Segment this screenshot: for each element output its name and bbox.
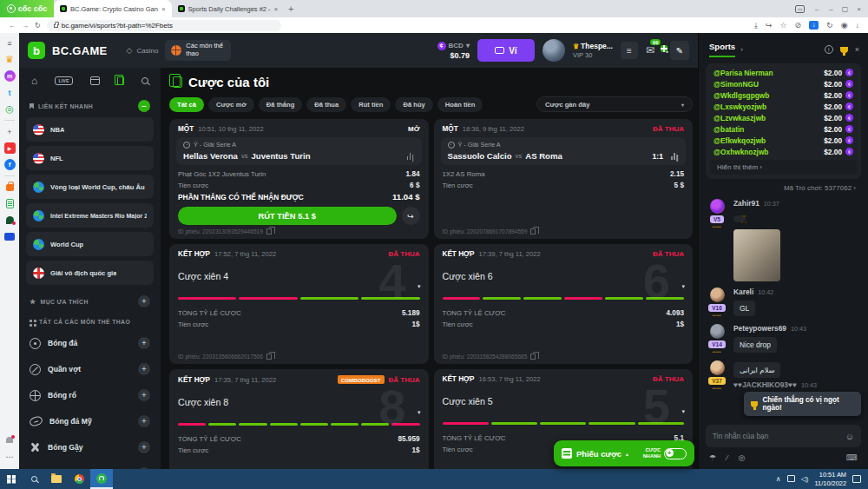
reload-icon[interactable]: ↻ <box>35 22 41 30</box>
filter-cashout[interactable]: Rút tiền <box>351 97 391 112</box>
live-icon[interactable]: LIVE <box>55 75 72 87</box>
copy-icon[interactable] <box>266 354 272 360</box>
share-icon[interactable]: ↪ <box>766 21 773 30</box>
extensions-icon[interactable]: ↻ <box>826 21 833 30</box>
close-chat-icon[interactable]: × <box>855 45 859 54</box>
bcgame-logo-icon[interactable]: b <box>28 42 45 59</box>
reading-list-icon[interactable]: ≡ <box>4 37 16 49</box>
sidebar-item-nfl[interactable]: NFL <box>26 146 154 170</box>
trophy-icon[interactable] <box>840 47 848 53</box>
winner-row[interactable]: @Lzvwkaszjwb$2.00¢ <box>706 112 861 123</box>
stats-icon[interactable] <box>407 153 415 160</box>
user-info[interactable]: ♛ Thespe... VIP 30 <box>573 42 613 59</box>
chat-username[interactable]: ♥♥JACKHIKO93♥♥ <box>733 380 797 389</box>
winner-row[interactable]: @Oxhwknozjwb$2.00¢ <box>706 146 861 157</box>
match-box[interactable]: Ý - Giải Serie A Hellas Verona vs Juvent… <box>176 137 422 165</box>
quill-chat-button[interactable]: ✎ <box>670 41 689 60</box>
show-more-link[interactable]: Hiển thị thêm › <box>710 160 857 175</box>
sidebar-sport-tennis[interactable]: Quần vợt + <box>26 356 154 382</box>
expand-favorites-button[interactable]: + <box>138 295 150 307</box>
chat-tab-sports[interactable]: Sports <box>709 42 735 57</box>
expand-icon[interactable]: + <box>138 441 150 453</box>
avatar[interactable] <box>710 360 725 375</box>
tab-search-icon[interactable]: ▭ <box>795 5 806 13</box>
wallet-button[interactable]: Ví <box>477 39 535 62</box>
tab-close-icon[interactable]: × <box>161 5 166 13</box>
action-center-icon[interactable] <box>852 475 861 483</box>
back-icon[interactable]: ← <box>9 22 16 30</box>
browser-tab-sports-daily[interactable]: Sports Daily Challenges #2 - × <box>172 0 285 17</box>
chat-message-input[interactable] <box>713 432 840 440</box>
shopping-icon[interactable] <box>4 182 16 193</box>
downloads-icon[interactable]: ↓ <box>856 21 860 30</box>
youtube-icon[interactable]: ▶ <box>4 142 16 154</box>
my-bets-icon[interactable] <box>117 75 124 87</box>
collapse-quick-links-button[interactable]: – <box>138 100 150 112</box>
filter-refund[interactable]: Hoàn tiền <box>437 97 483 112</box>
taskbar-search-button[interactable] <box>23 469 45 489</box>
copy-icon[interactable] <box>266 228 272 235</box>
tip-coin-icon[interactable]: ◎ <box>739 453 746 462</box>
expand-combo-icon[interactable]: ▾ <box>418 283 421 290</box>
betslip-button[interactable]: Phiếu cược ▴ CƯỢC NHANH + <box>554 440 694 466</box>
keyboard-icon[interactable]: ⌨ <box>846 453 858 462</box>
info-icon[interactable]: ! <box>825 45 833 54</box>
twitter-icon[interactable]: t <box>4 87 16 98</box>
sidebar-item-iem-rio[interactable]: Intel Extreme Masters Rio Major 2022 <box>26 203 154 228</box>
notes-icon[interactable] <box>4 198 16 209</box>
browser-tab-bcgame[interactable]: BC.Game: Crypto Casino Gan × <box>54 0 172 17</box>
window-maximize-button[interactable]: ▢ <box>842 5 849 13</box>
currency-selector[interactable]: ¢ BCD ▾ $0.79 <box>437 42 470 60</box>
bet-card-open[interactable]: MỘT 10:51, 10 thg 11, 2022 MỞ Ý - Giải S… <box>169 119 429 239</box>
filter-cancelled[interactable]: Đã hủy <box>395 97 432 112</box>
winner-row[interactable]: @Wkdlgsgpgwb$2.00¢ <box>706 89 861 101</box>
inbox-button[interactable]: ✉ 99 <box>646 44 654 56</box>
tray-expand-icon[interactable]: ∧ <box>776 475 781 483</box>
adblock-shield-icon[interactable]: ⊘ <box>795 21 802 30</box>
bet-list-icon[interactable]: ≡ <box>621 42 638 59</box>
winner-row[interactable]: @SimonNGU$2.00¢ <box>706 78 861 89</box>
schedule-icon[interactable] <box>90 75 100 87</box>
filter-open[interactable]: Cược mở <box>208 97 254 112</box>
crown-rewards-icon[interactable]: ♛ <box>4 54 16 65</box>
winner-row[interactable]: @batatin$2.00¢ <box>706 123 861 135</box>
sidebar-sport-basketball[interactable]: Bóng rổ + <box>26 382 154 408</box>
badminton-icon[interactable] <box>4 215 16 226</box>
copy-icon[interactable] <box>530 228 536 235</box>
file-explorer-button[interactable] <box>45 469 68 489</box>
chevron-right-icon[interactable]: › <box>740 45 743 54</box>
cashout-button[interactable]: RÚT TIỀN 5.1 $ <box>178 207 397 225</box>
avatar[interactable] <box>710 324 725 339</box>
filter-all[interactable]: Tất cả <box>169 97 204 112</box>
chrome-button[interactable] <box>68 469 90 489</box>
clock[interactable]: 10:51 AM 11/10/2022 <box>815 471 846 487</box>
sidebar-sport-esports[interactable]: Esports + <box>26 460 154 469</box>
filter-lost[interactable]: Đã thua <box>306 97 346 112</box>
sidebar-item-wc-qualifier[interactable]: Vòng loại World Cup, châu Âu <box>26 175 154 199</box>
winner-row[interactable]: @Lxswkyozjwb$2.00¢ <box>706 101 861 112</box>
match-box[interactable]: Ý - Giải Serie A Sassuolo Calcio vs AS R… <box>441 137 687 165</box>
user-avatar[interactable] <box>542 39 565 62</box>
chat-username[interactable]: Kareli <box>733 287 753 296</box>
chat-rules-icon[interactable]: ⁄ <box>727 453 728 462</box>
expand-icon[interactable]: + <box>138 363 150 375</box>
sidebar-item-world-cup[interactable]: World Cup <box>26 232 154 256</box>
coccoc-button[interactable] <box>90 469 113 489</box>
winner-row[interactable]: @Efkwkqozjwb$2.00¢ <box>706 135 861 146</box>
game-code-link[interactable]: Mã Trò chơi: 5377062 › <box>699 179 868 195</box>
copy-icon[interactable] <box>530 354 536 360</box>
new-tab-button[interactable]: + <box>284 0 298 17</box>
huy-badge-icon[interactable] <box>4 231 16 242</box>
bet-card-combo-6[interactable]: KẾT HỢP 17:39, 7 thg 11, 2022 ĐÃ THUA Cư… <box>434 244 694 364</box>
bet-card-combo-4[interactable]: KẾT HỢP 17:52, 7 thg 11, 2022 ĐÃ THUA Cư… <box>169 244 429 364</box>
sidebar-item-nba[interactable]: NBA <box>26 117 154 142</box>
sidebar-sport-american-football[interactable]: Bóng đá Mỹ + <box>26 408 154 434</box>
save-page-icon[interactable]: ⤓ <box>754 21 758 30</box>
window-close-button[interactable]: × <box>857 5 861 13</box>
sort-dropdown[interactable]: Cược gần đây ▾ <box>536 96 693 112</box>
stats-icon[interactable] <box>671 153 679 160</box>
winner-row[interactable]: @Parisa Nierman$2.00¢ <box>706 67 861 78</box>
bookmark-star-icon[interactable]: ☆ <box>779 21 786 30</box>
filter-won[interactable]: Đã thắng <box>259 97 303 112</box>
profile-icon[interactable]: ◉ <box>841 21 848 30</box>
